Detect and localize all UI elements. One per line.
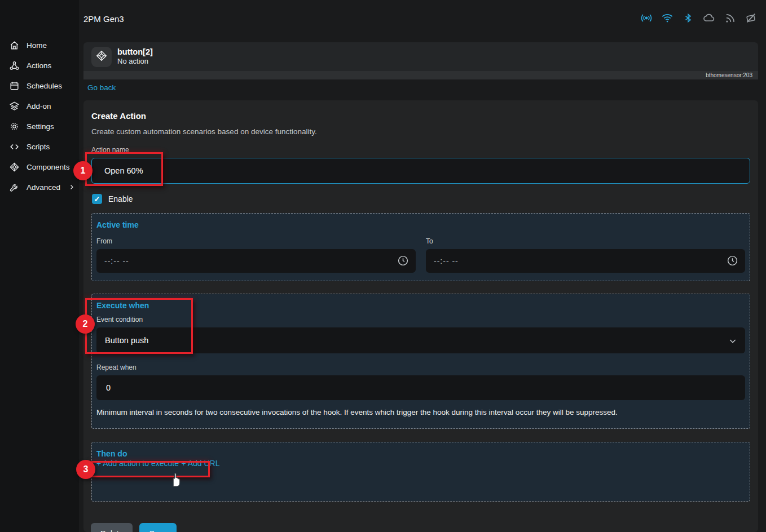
sidebar-item-components[interactable]: Components bbox=[0, 157, 79, 177]
enable-label: Enable bbox=[108, 194, 133, 203]
annotation-badge-3: 3 bbox=[76, 460, 95, 479]
action-name-input[interactable] bbox=[91, 158, 750, 184]
clock-icon[interactable] bbox=[727, 255, 738, 269]
bluetooth-icon[interactable] bbox=[682, 12, 694, 24]
sidebar-item-label: Settings bbox=[27, 122, 54, 131]
annotation-box-2 bbox=[85, 298, 193, 354]
repeat-when-input[interactable] bbox=[96, 375, 745, 400]
to-time-input[interactable]: --:-- -- bbox=[426, 249, 745, 273]
component-header-card: button[2] No action bthomesensor:203 bbox=[83, 42, 758, 79]
from-label: From bbox=[96, 237, 416, 245]
sidebar-item-label: Home bbox=[27, 41, 47, 50]
sidebar-item-advanced[interactable]: Advanced bbox=[0, 177, 79, 197]
sidebar-item-addon[interactable]: Add-on bbox=[0, 96, 79, 116]
go-back-link[interactable]: Go back bbox=[87, 83, 116, 92]
event-condition-label: Event condition bbox=[96, 316, 745, 323]
device-model-title: 2PM Gen3 bbox=[83, 14, 124, 24]
from-time-input[interactable]: --:-- -- bbox=[96, 249, 416, 273]
page-title: Create Action bbox=[91, 111, 750, 121]
sidebar-item-label: Add-on bbox=[27, 102, 51, 110]
event-condition-select[interactable]: Button push bbox=[96, 327, 745, 353]
to-label: To bbox=[426, 237, 745, 245]
sidebar-item-label: Advanced bbox=[27, 183, 60, 192]
actions-icon bbox=[9, 60, 20, 71]
home-icon bbox=[9, 40, 20, 51]
wifi-icon[interactable] bbox=[661, 12, 673, 24]
execute-when-title: Execute when bbox=[96, 301, 745, 310]
save-button[interactable]: Save bbox=[139, 523, 177, 532]
hand-cursor-icon bbox=[169, 471, 182, 490]
sidebar-item-home[interactable]: Home bbox=[0, 35, 79, 55]
sidebar-item-label: Actions bbox=[27, 61, 51, 70]
ap-icon[interactable] bbox=[640, 12, 653, 24]
component-name: button[2] bbox=[117, 47, 153, 57]
settings-gear-icon bbox=[9, 121, 20, 132]
repeat-when-helper: Minimum interval in seconds for two cons… bbox=[96, 408, 745, 416]
annotation-badge-1: 1 bbox=[73, 161, 93, 180]
status-icon-bar bbox=[640, 12, 757, 24]
then-do-title: Then do bbox=[96, 449, 745, 458]
sidebar-item-label: Schedules bbox=[27, 82, 62, 90]
chevron-down-icon bbox=[728, 336, 737, 348]
scripts-code-icon bbox=[9, 141, 20, 152]
page-description: Create custom automation scenarios based… bbox=[91, 127, 750, 136]
chevron-right-icon bbox=[68, 184, 75, 190]
component-cube-icon bbox=[95, 50, 108, 64]
restricted-icon[interactable] bbox=[745, 12, 757, 24]
sidebar-item-actions[interactable]: Actions bbox=[0, 55, 79, 76]
annotation-box-1 bbox=[85, 152, 163, 186]
components-cube-icon bbox=[9, 162, 20, 172]
clock-icon[interactable] bbox=[397, 255, 409, 269]
sidebar-item-schedules[interactable]: Schedules bbox=[0, 76, 79, 96]
repeat-when-label: Repeat when bbox=[96, 363, 745, 371]
enable-checkbox[interactable] bbox=[92, 194, 102, 204]
active-time-title: Active time bbox=[96, 220, 745, 229]
sidebar-item-scripts[interactable]: Scripts bbox=[0, 136, 79, 157]
advanced-wrench-icon bbox=[9, 182, 20, 193]
sidebar-item-label: Scripts bbox=[27, 143, 50, 151]
addon-layers-icon bbox=[9, 101, 20, 112]
from-time-placeholder: --:-- -- bbox=[104, 256, 129, 265]
cloud-icon[interactable] bbox=[703, 12, 715, 24]
component-status: No action bbox=[117, 57, 153, 66]
component-id-badge: bthomesensor:203 bbox=[706, 72, 752, 78]
delete-button[interactable]: Delete bbox=[91, 523, 133, 532]
to-time-placeholder: --:-- -- bbox=[434, 256, 459, 265]
annotation-box-3 bbox=[91, 461, 210, 477]
component-icon-box bbox=[91, 47, 112, 67]
sidebar: Home Actions Schedules Add-on Settings S… bbox=[0, 0, 79, 532]
active-time-panel: Active time From --:-- -- To --:-- -- bbox=[91, 213, 750, 281]
sidebar-item-settings[interactable]: Settings bbox=[0, 116, 79, 136]
annotation-badge-2: 2 bbox=[76, 314, 95, 334]
sidebar-item-label: Components bbox=[27, 163, 70, 171]
mqtt-icon[interactable] bbox=[724, 12, 736, 24]
action-name-label: Action name bbox=[91, 146, 750, 154]
schedules-icon bbox=[9, 81, 20, 91]
